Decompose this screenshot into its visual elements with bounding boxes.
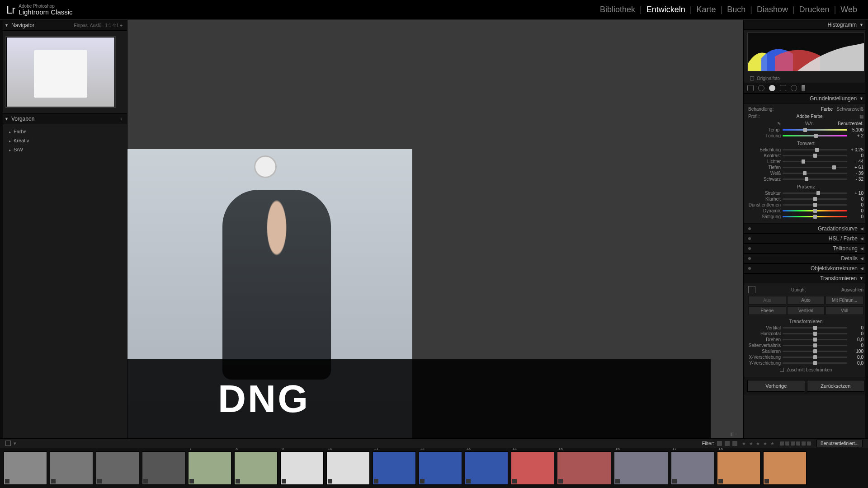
module-web[interactable]: Web <box>836 5 862 14</box>
slider-knob[interactable] <box>813 338 817 342</box>
slider-knob[interactable] <box>813 355 817 359</box>
slider-value[interactable]: 5.100 <box>849 127 863 132</box>
panel-header-objektivkorrekturen[interactable]: Objektivkorrekturen◀ <box>744 263 868 273</box>
right-panel-collapse-handle[interactable] <box>865 20 868 438</box>
slider-klarheit[interactable]: Klarheit0 <box>748 196 863 202</box>
slider-value[interactable]: + 2 <box>849 133 863 138</box>
navigator-zoom-options[interactable]: Einpas. Ausfül. 1:1 4:1 ÷ <box>74 23 123 28</box>
slider-value[interactable]: + 10 <box>849 191 863 196</box>
slider-track[interactable] <box>783 178 847 180</box>
filmstrip-thumb[interactable]: 9 <box>280 451 324 485</box>
slider-value[interactable]: 0 <box>849 214 863 219</box>
slider-track[interactable] <box>783 357 847 358</box>
slider-kontrast[interactable]: Kontrast0 <box>748 153 863 159</box>
slider-value[interactable]: + 61 <box>849 165 863 170</box>
flag-pick-icon[interactable] <box>717 441 722 446</box>
navigator-header[interactable]: ▼ Navigator Einpas. Ausfül. 1:1 4:1 ÷ <box>0 20 127 31</box>
radial-filter-tool-icon[interactable] <box>791 85 797 91</box>
panel-header-gradationskurve[interactable]: Gradationskurve◀ <box>744 224 868 234</box>
slider-schwarz[interactable]: Schwarz- 32 <box>748 176 863 182</box>
filmstrip-thumb[interactable] <box>50 451 93 485</box>
plus-icon[interactable]: + <box>120 117 123 122</box>
presets-header[interactable]: ▼ Vorgaben + <box>0 113 127 124</box>
filmstrip-thumb[interactable]: 16 <box>614 451 668 485</box>
slider-value[interactable]: - 32 <box>849 177 863 182</box>
slider-knob[interactable] <box>816 191 820 195</box>
slider-value[interactable]: 0 <box>849 202 863 207</box>
slider-x-verschiebung[interactable]: X-Verschiebung0,0 <box>748 354 863 360</box>
slider-lichter[interactable]: Lichter- 44 <box>748 159 863 164</box>
slider-wei-[interactable]: Weiß- 39 <box>748 170 863 176</box>
filmstrip-thumb[interactable] <box>96 451 139 485</box>
module-entwickeln[interactable]: Entwickeln <box>642 5 690 14</box>
filmstrip-thumb[interactable]: 11 <box>373 451 416 485</box>
wb-value[interactable]: Benutzerdef. <box>838 121 863 126</box>
slider-dunst-entfernen[interactable]: Dunst entfernen0 <box>748 202 863 208</box>
slider-seitenverh-ltnis[interactable]: Seitenverhältnis0 <box>748 343 863 348</box>
navigator-thumbnail[interactable] <box>6 37 115 107</box>
rating-filter-stars[interactable]: ★ ★ ★ ★ ★ <box>742 441 775 446</box>
slider-knob[interactable] <box>813 154 817 158</box>
upright-grid-icon[interactable] <box>748 286 755 293</box>
checkbox-icon[interactable] <box>780 368 784 372</box>
histogram-display[interactable] <box>747 33 864 71</box>
panel-toggle-dot[interactable] <box>748 237 751 240</box>
slider-value[interactable]: 0 <box>849 343 863 348</box>
filmstrip-thumb[interactable] <box>763 451 807 485</box>
slider-value[interactable]: 0 <box>849 197 863 202</box>
upright-guided-button[interactable]: Mit Führun... <box>826 296 863 305</box>
spot-removal-tool-icon[interactable] <box>758 85 764 91</box>
slider-knob[interactable] <box>813 326 817 330</box>
module-bibliothek[interactable]: Bibliothek <box>595 5 640 14</box>
reset-button[interactable]: Zurücksetzen <box>807 380 865 392</box>
slider-knob[interactable] <box>815 148 819 152</box>
slider-track[interactable] <box>783 129 847 131</box>
slider-track[interactable] <box>783 192 847 194</box>
panel-header-teiltonung[interactable]: Teiltonung◀ <box>744 244 868 253</box>
slider-track[interactable] <box>783 210 847 211</box>
upright-auto-button[interactable]: Auto <box>787 296 825 305</box>
slider-track[interactable] <box>783 173 847 174</box>
filmstrip-dropdown-icon[interactable]: ▾ <box>14 441 16 446</box>
filter-preset-dropdown[interactable]: Benutzerdefiniert... <box>816 440 863 447</box>
filmstrip-row[interactable]: 789101112131415161718 <box>0 448 868 488</box>
upright-level-button[interactable]: Ebene <box>748 306 786 315</box>
profile-grid-icon[interactable]: ▦ <box>859 114 863 119</box>
slider-knob[interactable] <box>803 171 807 175</box>
slider-dynamik[interactable]: Dynamik0 <box>748 208 863 214</box>
slider-knob[interactable] <box>813 343 817 347</box>
module-diashow[interactable]: Diashow <box>752 5 793 14</box>
slider-drehen[interactable]: Drehen0,0 <box>748 337 863 343</box>
slider-track[interactable] <box>783 351 847 352</box>
slider-track[interactable] <box>783 345 847 346</box>
slider-track[interactable] <box>783 327 847 328</box>
slider-track[interactable] <box>783 339 847 340</box>
module-drucken[interactable]: Drucken <box>795 5 834 14</box>
slider-track[interactable] <box>783 155 847 156</box>
filmstrip-thumb[interactable]: 10 <box>326 451 370 485</box>
grid-view-icon[interactable] <box>5 441 11 446</box>
upright-full-button[interactable]: Voll <box>826 306 863 315</box>
slider-vertikal[interactable]: Vertikal0 <box>748 325 863 331</box>
slider-s-ttigung[interactable]: Sättigung0 <box>748 214 863 220</box>
slider-value[interactable]: 0,0 <box>849 355 863 360</box>
flag-unflagged-icon[interactable] <box>725 441 730 446</box>
preset-group-kreativ[interactable]: Kreativ <box>0 136 127 145</box>
histogram-header[interactable]: Histogramm ▼ <box>744 20 868 30</box>
upright-auswaehlen[interactable]: Auswählen <box>841 287 863 292</box>
upright-vertical-button[interactable]: Vertikal <box>787 306 825 315</box>
slider-knob[interactable] <box>813 349 817 353</box>
develop-canvas[interactable]: DNG ◧ ▫ <box>127 20 743 438</box>
filmstrip-thumb[interactable]: 7 <box>188 451 231 485</box>
filmstrip-thumb[interactable]: 15 <box>557 451 611 485</box>
slider-knob[interactable] <box>813 215 817 219</box>
soft-proof-toggle[interactable]: ◧ ▫ <box>730 432 737 436</box>
slider-track[interactable] <box>783 161 847 162</box>
slider-value[interactable]: 0 <box>849 331 863 336</box>
slider-t-nung[interactable]: Tönung+ 2 <box>748 133 863 139</box>
slider-value[interactable]: 0,0 <box>849 361 863 366</box>
slider-temp-[interactable]: Temp.5.100 <box>748 127 863 133</box>
panel-header-hsl-farbe[interactable]: HSL / Farbe◀ <box>744 234 868 244</box>
slider-struktur[interactable]: Struktur+ 10 <box>748 190 863 196</box>
slider-track[interactable] <box>783 198 847 200</box>
